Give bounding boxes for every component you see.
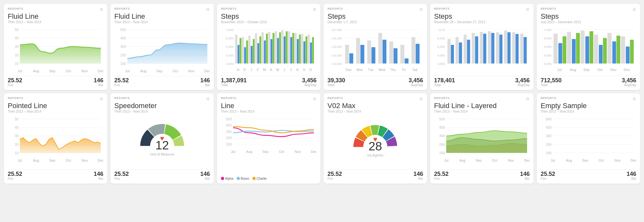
svg-rect-126	[448, 39, 451, 64]
gear-icon[interactable]: ⚙	[313, 96, 317, 101]
card-empty-sample: REPORTS ⚙ Empty Sample Then 2013 – Now 2…	[537, 93, 640, 184]
svg-rect-67	[286, 31, 288, 64]
svg-text:300: 300	[120, 45, 126, 48]
svg-text:F: F	[257, 68, 259, 72]
svg-text:Sep: Sep	[583, 68, 590, 72]
svg-text:117,000: 117,000	[332, 28, 342, 32]
card-footer: 1,387,091 Total 3,456 Avg/Day	[221, 76, 317, 87]
svg-rect-96	[349, 53, 353, 64]
svg-text:Nov: Nov	[188, 69, 195, 73]
dashboard: REPORTS ⚙ Fluid Line Then 2013 – Now 201…	[4, 4, 640, 184]
svg-text:300: 300	[439, 134, 445, 138]
card-fluid-line-1: REPORTS ⚙ Fluid Line Then 2013 – Now 201…	[4, 4, 107, 90]
svg-rect-53	[261, 32, 264, 64]
svg-text:113,000: 113,000	[332, 62, 342, 66]
footer-right-value: 146	[200, 171, 210, 177]
svg-rect-114	[416, 44, 420, 64]
gear-icon[interactable]: ⚙	[526, 96, 530, 101]
card-footer: 39,330 Total 3,456 Avg/Day	[327, 76, 423, 87]
svg-text:J: J	[290, 68, 292, 72]
footer-left-value: 25.52	[434, 171, 449, 177]
svg-rect-166	[590, 31, 593, 64]
svg-text:114,000: 114,000	[332, 54, 342, 57]
svg-text:100: 100	[546, 151, 552, 155]
svg-text:Oct: Oct	[173, 69, 178, 73]
card-subtitle: Then 2013 – Now 2014	[221, 110, 317, 113]
card-footer: 178,401 Total 3,456 Avg/Day	[434, 76, 530, 87]
svg-text:115,000: 115,000	[332, 45, 342, 48]
svg-rect-39	[240, 38, 242, 64]
svg-text:Dec: Dec	[624, 68, 630, 72]
svg-text:Sep: Sep	[49, 158, 55, 162]
gear-icon[interactable]: ⚙	[419, 96, 423, 101]
reports-label: REPORTS	[327, 7, 343, 10]
svg-rect-69	[288, 31, 290, 64]
svg-text:Wed: Wed	[378, 68, 385, 72]
footer-right: 146 Bar	[94, 77, 103, 87]
svg-text:Sep: Sep	[262, 150, 269, 154]
card-title: Line	[221, 102, 317, 110]
gear-icon[interactable]: ⚙	[99, 7, 103, 12]
chart-area: NDJFMAMJJASO7,0006,0005,0004,0003,000	[221, 25, 317, 75]
chart-area: 12 Unit of Measure ♥	[114, 115, 210, 168]
card-steps-3: REPORTS ⚙ Steps November 28 – December 2…	[430, 4, 534, 90]
svg-rect-41	[242, 37, 244, 64]
gear-icon[interactable]: ⚙	[632, 96, 636, 101]
svg-text:Aug: Aug	[33, 69, 39, 73]
svg-rect-144	[520, 34, 524, 64]
svg-rect-142	[512, 32, 515, 64]
card-subtitle: July 2013 – December 2013	[541, 20, 636, 24]
svg-text:Oct: Oct	[66, 158, 71, 162]
svg-text:3,000: 3,000	[226, 62, 234, 66]
svg-rect-74	[297, 39, 299, 64]
svg-text:Jul: Jul	[18, 69, 22, 73]
svg-rect-79	[306, 36, 308, 64]
gear-icon[interactable]: ⚙	[419, 7, 423, 12]
svg-text:Sep: Sep	[49, 69, 55, 73]
svg-rect-46	[251, 46, 253, 64]
svg-text:500: 500	[120, 28, 126, 32]
card-footer: 712,550 Total 3,456 Avg/Day	[541, 76, 636, 87]
svg-text:200: 200	[546, 142, 552, 146]
svg-text:117k: 117k	[438, 28, 445, 32]
svg-text:Sep: Sep	[582, 158, 588, 162]
card-subtitle: Then 2013 – Now 2014	[8, 20, 103, 24]
card-header: REPORTS ⚙	[434, 96, 530, 101]
card-title: Steps	[434, 13, 530, 20]
footer-left-value: 25.52	[8, 171, 22, 177]
svg-text:Fri: Fri	[402, 68, 406, 72]
gear-icon[interactable]: ⚙	[99, 96, 103, 101]
chart-legend: Alpha Bravo Charlie	[221, 177, 317, 180]
svg-rect-139	[499, 35, 503, 64]
svg-text:Dec: Dec	[524, 158, 530, 162]
svg-rect-162	[576, 33, 580, 64]
svg-text:Dec: Dec	[630, 158, 636, 162]
svg-text:Thu: Thu	[390, 68, 395, 72]
svg-rect-102	[372, 47, 375, 64]
gear-icon[interactable]: ⚙	[206, 96, 210, 101]
card-header: REPORTS ⚙	[221, 7, 317, 12]
footer-left: 178,401 Total	[434, 77, 455, 87]
card-title: Fluid Line - Layered	[434, 102, 530, 110]
card-subtitle: Then 2013 – Now 2014	[434, 110, 530, 113]
footer-left-label: Foo	[434, 177, 449, 180]
gear-icon[interactable]: ⚙	[206, 7, 210, 12]
gear-icon[interactable]: ⚙	[632, 7, 636, 12]
footer-left: 712,550 Total	[541, 77, 562, 87]
gear-icon[interactable]: ⚙	[526, 7, 530, 12]
svg-rect-104	[378, 33, 382, 64]
card-vo2max: REPORTS ⚙ V02 Max Then 2013 – Now 2014 2…	[324, 93, 427, 184]
chart-area: 500400300200100JulAugSepOctNovDec	[114, 25, 210, 75]
reports-label: REPORTS	[434, 96, 450, 100]
footer-left-label: Foo	[114, 177, 129, 180]
svg-text:Jul: Jul	[125, 69, 130, 73]
chart-area: 117k6,0005,0004,0003,000	[434, 25, 530, 75]
card-title: Empty Sample	[541, 102, 636, 110]
card-header: REPORTS ⚙	[541, 7, 636, 12]
card-title: Steps	[327, 13, 423, 20]
footer-left-label: Foo	[541, 177, 555, 180]
reports-label: REPORTS	[114, 96, 130, 100]
card-header: REPORTS ⚙	[434, 7, 530, 12]
gear-icon[interactable]: ⚙	[313, 7, 317, 12]
svg-text:300: 300	[226, 130, 232, 134]
